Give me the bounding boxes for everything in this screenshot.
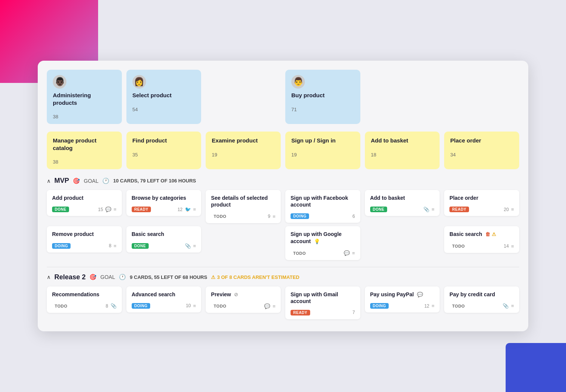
list-icon-details: ≡ bbox=[272, 214, 275, 219]
epics-row: 👨🏿 Administering products 38 👩 Select pr… bbox=[47, 70, 519, 124]
story-browse-categories-footer: READY 12 🐦 ≡ bbox=[132, 207, 196, 212]
epic-title-2: Select product bbox=[132, 92, 195, 99]
story-remove-product-footer: DOING 8 ≡ bbox=[52, 243, 117, 249]
story-basic-search-2[interactable]: Basic search 🗑 ⚠ TODO 14 ≡ bbox=[444, 226, 519, 253]
story-browse-categories-num: 12 bbox=[177, 207, 182, 212]
col-recommendations: Recommendations TODO 8 📎 bbox=[47, 286, 122, 319]
feature-card-manage[interactable]: Manage product catalog 38 bbox=[47, 132, 122, 169]
epic-num-2: 54 bbox=[132, 107, 195, 112]
story-preview[interactable]: Preview ⊘ TODO 💬 ≡ bbox=[206, 286, 281, 313]
story-remove-product[interactable]: Remove product DOING 8 ≡ bbox=[47, 226, 122, 252]
story-basic-search-2-footer: TODO 14 ≡ bbox=[449, 243, 514, 249]
goal-icon-release2: 🎯 bbox=[89, 274, 97, 280]
story-place-order[interactable]: Place order READY 20 ≡ bbox=[444, 190, 519, 216]
avatar-1: 👨🏿 bbox=[53, 75, 66, 89]
feature-title-1: Manage product catalog bbox=[53, 137, 116, 152]
comment-icon-paypal: 💬 bbox=[417, 292, 423, 297]
comment-icon-add-product: 💬 bbox=[105, 207, 111, 212]
story-add-product[interactable]: Add product DONE 15 💬 ≡ bbox=[47, 190, 122, 216]
release2-warning: ⚠ 3 OF 8 CARDS AREN'T ESTIMATED bbox=[211, 274, 299, 280]
comment-icon-preview: 💬 bbox=[264, 303, 270, 309]
release2-warning-text: 3 OF 8 CARDS AREN'T ESTIMATED bbox=[217, 274, 299, 280]
story-signup-gmail[interactable]: Sign up with Gmail account READY 7 bbox=[285, 286, 360, 319]
mvp-collapse-chevron[interactable]: ∧ bbox=[47, 178, 51, 184]
story-signup-facebook-title: Sign up with Facebook account bbox=[291, 194, 355, 208]
cancel-icon-preview: ⊘ bbox=[234, 292, 238, 297]
release2-cards-info: 9 CARDS, 55 LEFT OF 68 HOURS bbox=[130, 274, 207, 280]
goal-icon-mvp: 🎯 bbox=[73, 178, 80, 184]
story-remove-product-num: 8 bbox=[109, 243, 111, 248]
story-preview-title: Preview ⊘ bbox=[211, 291, 275, 298]
story-signup-google-footer: TODO 💬 ≡ bbox=[291, 250, 355, 256]
story-add-basket-title: Add to basket bbox=[370, 194, 435, 201]
epic-card-select[interactable]: 👩 Select product 54 bbox=[126, 70, 201, 124]
story-place-order-num: 20 bbox=[504, 207, 509, 212]
badge-place-order: READY bbox=[449, 207, 469, 212]
story-add-product-title: Add product bbox=[52, 194, 117, 201]
mvp-row-1: Add product DONE 15 💬 ≡ Browse by catego… bbox=[47, 190, 519, 223]
story-credit-card[interactable]: Pay by credit card TODO 📎 ≡ bbox=[444, 286, 519, 313]
story-signup-facebook[interactable]: Sign up with Facebook account DOING 6 bbox=[285, 190, 360, 223]
story-see-details[interactable]: See details of selected product TODO 9 ≡ bbox=[206, 190, 281, 223]
feature-num-6: 34 bbox=[450, 152, 513, 158]
story-paypal-footer: DOING 12 ≡ bbox=[370, 303, 435, 309]
col-examine-mvp: See details of selected product TODO 9 ≡ bbox=[206, 190, 281, 223]
feature-card-basket[interactable]: Add to basket 18 bbox=[365, 132, 440, 169]
feature-num-3: 19 bbox=[212, 152, 275, 158]
story-add-basket[interactable]: Add to basket DONE 📎 ≡ bbox=[365, 190, 440, 216]
story-advanced-search-title: Advanced search bbox=[132, 291, 196, 298]
feature-card-signup[interactable]: Sign up / Sign in 19 bbox=[285, 132, 360, 169]
attach-icon-credit-card: 📎 bbox=[503, 303, 509, 309]
board-container: 👨🏿 Administering products 38 👩 Select pr… bbox=[38, 61, 528, 331]
story-advanced-search-footer: DOING 10 ≡ bbox=[132, 303, 196, 309]
badge-add-basket: DONE bbox=[370, 207, 387, 212]
badge-advanced-search: DOING bbox=[132, 303, 150, 309]
release2-goal-label: GOAL bbox=[100, 274, 115, 280]
story-browse-categories[interactable]: Browse by categories READY 12 🐦 ≡ bbox=[126, 190, 201, 216]
list-icon-browse: ≡ bbox=[193, 207, 196, 212]
section-divider bbox=[47, 267, 519, 267]
epic-card-buy[interactable]: 👨 Buy product 71 bbox=[285, 70, 360, 124]
story-recommendations-num: 8 bbox=[106, 303, 108, 309]
release2-title: Release 2 bbox=[54, 273, 86, 281]
mvp-title: MVP bbox=[54, 177, 69, 185]
badge-see-details: TODO bbox=[211, 213, 229, 219]
feature-title-4: Sign up / Sign in bbox=[291, 137, 354, 144]
story-see-details-footer: TODO 9 ≡ bbox=[211, 213, 275, 219]
feature-card-order[interactable]: Place order 34 bbox=[444, 132, 519, 169]
list-icon-basic-search: ≡ bbox=[193, 243, 196, 249]
epic-card-empty2 bbox=[365, 70, 440, 124]
story-remove-product-title: Remove product bbox=[52, 231, 117, 237]
feature-num-4: 19 bbox=[291, 152, 354, 158]
list-icon-remove: ≡ bbox=[114, 243, 117, 249]
badge-credit-card: TODO bbox=[449, 303, 468, 309]
story-basic-search-title: Basic search bbox=[132, 231, 196, 237]
story-signup-gmail-footer: READY 7 bbox=[291, 310, 355, 315]
story-signup-google[interactable]: Sign up with Google account 💡 TODO 💬 ≡ bbox=[285, 226, 360, 260]
mvp-goal-label: GOAL bbox=[84, 178, 98, 184]
bird-icon: 🐦 bbox=[185, 207, 191, 212]
feature-title-6: Place order bbox=[450, 137, 513, 144]
col-order-mvp-2: Basic search 🗑 ⚠ TODO 14 ≡ bbox=[444, 226, 519, 260]
feature-card-examine[interactable]: Examine product 19 bbox=[206, 132, 281, 169]
story-advanced-search-num: 10 bbox=[186, 303, 191, 308]
story-advanced-search[interactable]: Advanced search DOING 10 ≡ bbox=[126, 286, 201, 312]
story-recommendations[interactable]: Recommendations TODO 8 📎 bbox=[47, 286, 122, 313]
col-find-mvp: Browse by categories READY 12 🐦 ≡ bbox=[126, 190, 201, 223]
story-add-basket-footer: DONE 📎 ≡ bbox=[370, 207, 435, 212]
clock-icon-mvp: 🕐 bbox=[102, 178, 109, 184]
story-add-product-footer: DONE 15 💬 ≡ bbox=[52, 207, 117, 212]
release2-collapse-chevron[interactable]: ∧ bbox=[47, 274, 51, 280]
mvp-row-2: Remove product DOING 8 ≡ Basic search DO… bbox=[47, 226, 519, 260]
list-icon-add-product: ≡ bbox=[114, 207, 117, 212]
feature-title-3: Examine product bbox=[212, 137, 275, 144]
story-paypal[interactable]: Pay using PayPal 💬 DOING 12 ≡ bbox=[365, 286, 440, 313]
col-manage-mvp-2: Remove product DOING 8 ≡ bbox=[47, 226, 122, 260]
release2-section-header: ∧ Release 2 🎯 GOAL 🕐 9 CARDS, 55 LEFT OF… bbox=[47, 273, 519, 281]
col-advanced-search: Advanced search DOING 10 ≡ bbox=[126, 286, 201, 319]
epic-card-administering[interactable]: 👨🏿 Administering products 38 bbox=[47, 70, 122, 124]
story-see-details-num: 9 bbox=[268, 214, 271, 219]
feature-card-find[interactable]: Find product 35 bbox=[126, 132, 201, 169]
story-basic-search[interactable]: Basic search DONE 📎 ≡ bbox=[126, 226, 201, 252]
list-icon-advanced-search: ≡ bbox=[193, 303, 196, 309]
